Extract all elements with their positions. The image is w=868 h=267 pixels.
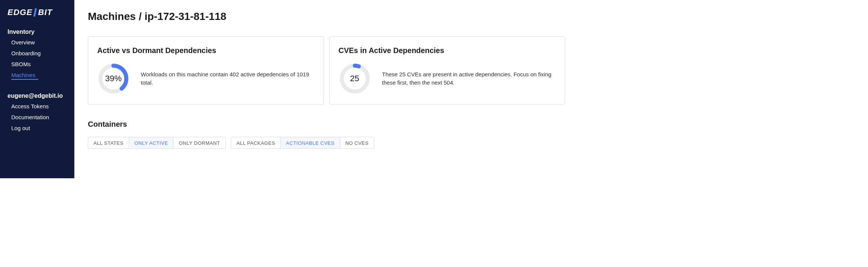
sidebar: EDGE BIT Inventory Overview Onboarding S… <box>0 0 74 178</box>
filters-row: ALL STATES ONLY ACTIVE ONLY DORMANT ALL … <box>88 137 565 149</box>
filter-all-packages[interactable]: ALL PACKAGES <box>231 137 281 148</box>
logo-slash-icon <box>33 8 37 17</box>
filter-group-packages: ALL PACKAGES ACTIONABLE CVES NO CVES <box>231 137 374 149</box>
nav-item-overview[interactable]: Overview <box>0 37 74 48</box>
nav-item-documentation[interactable]: Documentation <box>0 112 74 123</box>
card-active-dormant-text: Workloads on this machine contain 402 ac… <box>141 70 315 87</box>
logo-left: EDGE <box>8 8 32 17</box>
filter-only-dormant[interactable]: ONLY DORMANT <box>173 137 225 148</box>
nav-item-machines-label: Machines <box>11 72 35 78</box>
active-underline <box>11 79 38 80</box>
nav-item-onboarding[interactable]: Onboarding <box>0 48 74 59</box>
card-active-dormant: Active vs Dormant Dependencies 39% Workl… <box>88 36 324 105</box>
filter-only-active[interactable]: ONLY ACTIVE <box>129 137 174 148</box>
filter-group-states: ALL STATES ONLY ACTIVE ONLY DORMANT <box>88 137 226 149</box>
donut-label-deps: 39% <box>97 62 130 95</box>
section-containers-title: Containers <box>88 120 565 129</box>
nav-item-machines[interactable]: Machines <box>0 70 74 82</box>
nav-item-access-tokens[interactable]: Access Tokens <box>0 101 74 112</box>
logo: EDGE BIT <box>0 8 74 27</box>
logo-right: BIT <box>38 8 52 17</box>
nav-item-sboms[interactable]: SBOMs <box>0 59 74 70</box>
donut-label-cves: 25 <box>339 62 371 95</box>
donut-active-dormant: 39% <box>97 62 130 95</box>
filter-all-states[interactable]: ALL STATES <box>88 137 129 148</box>
nav-section-user: eugene@edgebit.io <box>0 91 74 101</box>
card-cves-title: CVEs in Active Dependencies <box>339 46 556 55</box>
card-cves: CVEs in Active Dependencies 25 These 25 … <box>329 36 565 105</box>
card-cves-text: These 25 CVEs are present in active depe… <box>382 70 556 87</box>
nav-section-inventory: Inventory <box>0 27 74 37</box>
filter-no-cves[interactable]: NO CVES <box>340 137 374 148</box>
main: Machines / ip-172-31-81-118 Active vs Do… <box>74 0 579 178</box>
nav-item-logout[interactable]: Log out <box>0 123 74 134</box>
summary-cards: Active vs Dormant Dependencies 39% Workl… <box>88 36 565 105</box>
donut-cves: 25 <box>339 62 371 95</box>
filter-actionable-cves[interactable]: ACTIONABLE CVES <box>281 137 340 148</box>
breadcrumb: Machines / ip-172-31-81-118 <box>88 11 565 23</box>
card-active-dormant-title: Active vs Dormant Dependencies <box>97 46 315 55</box>
